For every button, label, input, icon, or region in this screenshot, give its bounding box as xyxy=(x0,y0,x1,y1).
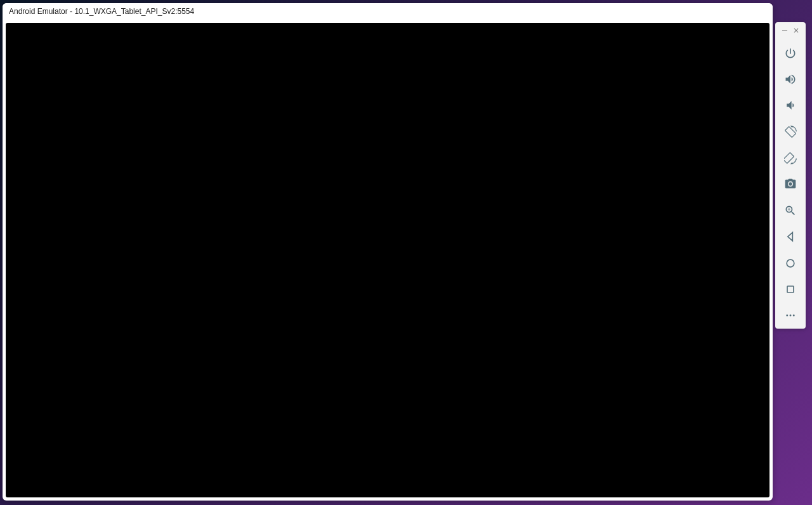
back-button[interactable] xyxy=(775,224,806,250)
window-title: Android Emulator - 10.1_WXGA_Tablet_API_… xyxy=(9,7,194,16)
svg-rect-2 xyxy=(787,286,794,292)
screenshot-button[interactable] xyxy=(775,171,806,197)
svg-point-3 xyxy=(786,315,788,317)
power-button[interactable] xyxy=(775,40,806,66)
volume-down-icon xyxy=(784,99,797,112)
rotate-left-button[interactable] xyxy=(775,119,806,145)
device-screen[interactable] xyxy=(6,23,769,497)
svg-point-1 xyxy=(787,259,794,267)
window-controls xyxy=(775,26,806,40)
svg-point-5 xyxy=(793,315,795,317)
emulator-toolbar xyxy=(775,22,806,329)
minimize-button[interactable] xyxy=(780,26,789,35)
close-icon xyxy=(792,27,800,34)
close-button[interactable] xyxy=(792,26,801,35)
overview-button[interactable] xyxy=(775,276,806,302)
home-icon xyxy=(784,257,797,270)
power-icon xyxy=(784,47,797,60)
zoom-button[interactable] xyxy=(775,197,806,223)
more-button[interactable] xyxy=(775,303,806,329)
window-titlebar[interactable]: Android Emulator - 10.1_WXGA_Tablet_API_… xyxy=(3,3,773,20)
rotate-right-button[interactable] xyxy=(775,145,806,171)
rotate-left-icon xyxy=(784,126,797,138)
minimize-icon xyxy=(781,27,789,34)
volume-up-button[interactable] xyxy=(775,66,806,92)
home-button[interactable] xyxy=(775,250,806,276)
volume-up-icon xyxy=(784,73,797,86)
emulator-window: Android Emulator - 10.1_WXGA_Tablet_API_… xyxy=(3,3,773,501)
svg-rect-0 xyxy=(782,30,787,31)
zoom-icon xyxy=(784,204,797,217)
overview-icon xyxy=(784,283,797,296)
camera-icon xyxy=(784,178,797,190)
more-icon xyxy=(785,310,796,321)
svg-point-4 xyxy=(790,315,792,317)
rotate-right-icon xyxy=(784,152,797,164)
volume-down-button[interactable] xyxy=(775,93,806,119)
back-icon xyxy=(784,230,797,243)
